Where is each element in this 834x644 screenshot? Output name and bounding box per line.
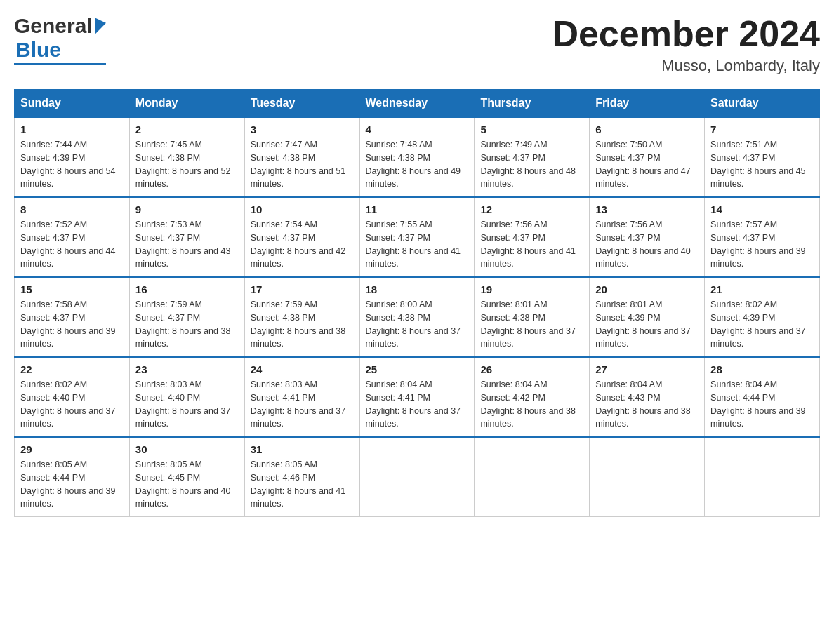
day-number: 31 — [251, 443, 354, 455]
logo-general-text: General — [14, 14, 93, 38]
day-info: Sunrise: 7:48 AMSunset: 4:38 PMDaylight:… — [366, 138, 469, 191]
day-number: 13 — [595, 203, 699, 215]
calendar-day-cell: 24Sunrise: 8:03 AMSunset: 4:41 PMDayligh… — [244, 357, 359, 437]
calendar-day-cell: 22Sunrise: 8:02 AMSunset: 4:40 PMDayligh… — [15, 357, 130, 437]
calendar-day-cell: 30Sunrise: 8:05 AMSunset: 4:45 PMDayligh… — [129, 437, 244, 517]
col-wednesday: Wednesday — [359, 90, 475, 118]
calendar-week-row: 1Sunrise: 7:44 AMSunset: 4:39 PMDaylight… — [15, 117, 820, 197]
day-info: Sunrise: 7:56 AMSunset: 4:37 PMDaylight:… — [480, 218, 583, 271]
day-info: Sunrise: 7:49 AMSunset: 4:37 PMDaylight:… — [480, 138, 583, 191]
day-number: 9 — [135, 203, 239, 215]
day-number: 28 — [710, 363, 814, 375]
calendar-day-cell: 1Sunrise: 7:44 AMSunset: 4:39 PMDaylight… — [15, 117, 130, 197]
day-number: 10 — [251, 203, 354, 215]
day-info: Sunrise: 7:57 AMSunset: 4:37 PMDaylight:… — [710, 218, 814, 271]
day-info: Sunrise: 8:04 AMSunset: 4:43 PMDaylight:… — [595, 378, 699, 431]
day-info: Sunrise: 8:01 AMSunset: 4:38 PMDaylight:… — [480, 298, 583, 351]
calendar-day-cell: 4Sunrise: 7:48 AMSunset: 4:38 PMDaylight… — [359, 117, 475, 197]
title-block: December 2024 Musso, Lombardy, Italy — [552, 14, 820, 75]
day-info: Sunrise: 7:55 AMSunset: 4:37 PMDaylight:… — [366, 218, 469, 271]
day-number: 15 — [20, 283, 124, 295]
calendar-week-row: 29Sunrise: 8:05 AMSunset: 4:44 PMDayligh… — [15, 437, 820, 517]
day-number: 12 — [480, 203, 583, 215]
col-saturday: Saturday — [705, 90, 820, 118]
day-info: Sunrise: 8:04 AMSunset: 4:44 PMDaylight:… — [710, 378, 814, 431]
header-row: Sunday Monday Tuesday Wednesday Thursday… — [15, 90, 820, 118]
calendar-day-cell: 3Sunrise: 7:47 AMSunset: 4:38 PMDaylight… — [244, 117, 359, 197]
day-number: 24 — [251, 363, 354, 375]
calendar-day-cell: 12Sunrise: 7:56 AMSunset: 4:37 PMDayligh… — [475, 197, 590, 277]
calendar-week-row: 22Sunrise: 8:02 AMSunset: 4:40 PMDayligh… — [15, 357, 820, 437]
calendar-day-cell: 27Sunrise: 8:04 AMSunset: 4:43 PMDayligh… — [590, 357, 705, 437]
day-number: 4 — [366, 123, 469, 135]
col-tuesday: Tuesday — [244, 90, 359, 118]
logo-blue-text: Blue — [15, 38, 61, 62]
day-number: 17 — [251, 283, 354, 295]
day-info: Sunrise: 8:05 AMSunset: 4:46 PMDaylight:… — [251, 458, 354, 511]
day-info: Sunrise: 8:03 AMSunset: 4:41 PMDaylight:… — [251, 378, 354, 431]
day-number: 22 — [20, 363, 124, 375]
day-info: Sunrise: 7:44 AMSunset: 4:39 PMDaylight:… — [20, 138, 124, 191]
day-info: Sunrise: 8:05 AMSunset: 4:45 PMDaylight:… — [135, 458, 239, 511]
day-info: Sunrise: 7:50 AMSunset: 4:37 PMDaylight:… — [595, 138, 699, 191]
day-info: Sunrise: 7:54 AMSunset: 4:37 PMDaylight:… — [251, 218, 354, 271]
day-number: 30 — [135, 443, 239, 455]
day-info: Sunrise: 7:58 AMSunset: 4:37 PMDaylight:… — [20, 298, 124, 351]
day-number: 18 — [366, 283, 469, 295]
calendar-day-cell: 28Sunrise: 8:04 AMSunset: 4:44 PMDayligh… — [705, 357, 820, 437]
day-number: 2 — [135, 123, 239, 135]
calendar-day-cell: 10Sunrise: 7:54 AMSunset: 4:37 PMDayligh… — [244, 197, 359, 277]
day-info: Sunrise: 7:51 AMSunset: 4:37 PMDaylight:… — [710, 138, 814, 191]
day-info: Sunrise: 7:47 AMSunset: 4:38 PMDaylight:… — [251, 138, 354, 191]
calendar-day-cell: 20Sunrise: 8:01 AMSunset: 4:39 PMDayligh… — [590, 277, 705, 357]
day-number: 29 — [20, 443, 124, 455]
calendar-header: Sunday Monday Tuesday Wednesday Thursday… — [15, 90, 820, 118]
calendar-day-cell: 6Sunrise: 7:50 AMSunset: 4:37 PMDaylight… — [590, 117, 705, 197]
day-info: Sunrise: 7:45 AMSunset: 4:38 PMDaylight:… — [135, 138, 239, 191]
calendar-day-cell: 29Sunrise: 8:05 AMSunset: 4:44 PMDayligh… — [15, 437, 130, 517]
day-info: Sunrise: 7:59 AMSunset: 4:38 PMDaylight:… — [251, 298, 354, 351]
day-number: 5 — [480, 123, 583, 135]
day-info: Sunrise: 7:59 AMSunset: 4:37 PMDaylight:… — [135, 298, 239, 351]
day-info: Sunrise: 8:03 AMSunset: 4:40 PMDaylight:… — [135, 378, 239, 431]
calendar-day-cell — [590, 437, 705, 517]
calendar-day-cell: 9Sunrise: 7:53 AMSunset: 4:37 PMDaylight… — [129, 197, 244, 277]
calendar-day-cell — [705, 437, 820, 517]
day-info: Sunrise: 8:02 AMSunset: 4:40 PMDaylight:… — [20, 378, 124, 431]
calendar-week-row: 15Sunrise: 7:58 AMSunset: 4:37 PMDayligh… — [15, 277, 820, 357]
day-info: Sunrise: 8:04 AMSunset: 4:41 PMDaylight:… — [366, 378, 469, 431]
calendar-body: 1Sunrise: 7:44 AMSunset: 4:39 PMDaylight… — [15, 117, 820, 517]
calendar-day-cell: 11Sunrise: 7:55 AMSunset: 4:37 PMDayligh… — [359, 197, 475, 277]
col-sunday: Sunday — [15, 90, 130, 118]
day-number: 8 — [20, 203, 124, 215]
calendar-day-cell — [359, 437, 475, 517]
calendar-day-cell: 31Sunrise: 8:05 AMSunset: 4:46 PMDayligh… — [244, 437, 359, 517]
logo-arrow-icon — [95, 15, 106, 34]
day-number: 3 — [251, 123, 354, 135]
calendar-day-cell: 8Sunrise: 7:52 AMSunset: 4:37 PMDaylight… — [15, 197, 130, 277]
logo: General Blue — [14, 14, 106, 65]
day-number: 23 — [135, 363, 239, 375]
calendar-day-cell: 19Sunrise: 8:01 AMSunset: 4:38 PMDayligh… — [475, 277, 590, 357]
calendar-day-cell: 26Sunrise: 8:04 AMSunset: 4:42 PMDayligh… — [475, 357, 590, 437]
day-number: 21 — [710, 283, 814, 295]
day-number: 1 — [20, 123, 124, 135]
page-header: General Blue December 2024 Musso, Lombar… — [14, 14, 820, 75]
calendar-day-cell: 16Sunrise: 7:59 AMSunset: 4:37 PMDayligh… — [129, 277, 244, 357]
month-title: December 2024 — [552, 14, 820, 54]
day-number: 27 — [595, 363, 699, 375]
calendar-week-row: 8Sunrise: 7:52 AMSunset: 4:37 PMDaylight… — [15, 197, 820, 277]
day-info: Sunrise: 7:56 AMSunset: 4:37 PMDaylight:… — [595, 218, 699, 271]
col-friday: Friday — [590, 90, 705, 118]
col-thursday: Thursday — [475, 90, 590, 118]
calendar-day-cell: 17Sunrise: 7:59 AMSunset: 4:38 PMDayligh… — [244, 277, 359, 357]
col-monday: Monday — [129, 90, 244, 118]
day-info: Sunrise: 8:04 AMSunset: 4:42 PMDaylight:… — [480, 378, 583, 431]
day-info: Sunrise: 8:01 AMSunset: 4:39 PMDaylight:… — [595, 298, 699, 351]
day-number: 19 — [480, 283, 583, 295]
calendar-day-cell: 25Sunrise: 8:04 AMSunset: 4:41 PMDayligh… — [359, 357, 475, 437]
location-subtitle: Musso, Lombardy, Italy — [552, 57, 820, 75]
calendar-day-cell: 18Sunrise: 8:00 AMSunset: 4:38 PMDayligh… — [359, 277, 475, 357]
day-number: 11 — [366, 203, 469, 215]
day-info: Sunrise: 7:53 AMSunset: 4:37 PMDaylight:… — [135, 218, 239, 271]
